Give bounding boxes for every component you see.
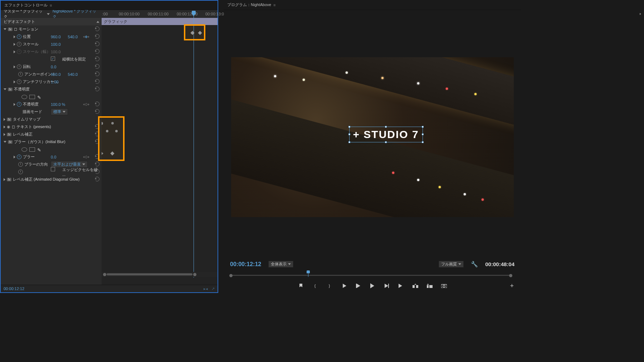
stopwatch-icon[interactable]: [18, 72, 23, 77]
keyframe-icon[interactable]: [190, 31, 194, 35]
clip-selector-row[interactable]: マスター * グラフィック NightAbove * グラフィック: [1, 10, 102, 18]
keyframe-icon[interactable]: [115, 130, 118, 132]
pen-mask-icon[interactable]: ✎: [37, 147, 43, 152]
scale-row[interactable]: スケール 100.0: [1, 40, 102, 48]
scale-value[interactable]: 100.0: [51, 42, 61, 47]
position-row[interactable]: 位置 960.0540.0: [1, 33, 102, 40]
prev-keyframe-icon[interactable]: [83, 103, 84, 106]
program-view[interactable]: + STUDIO 7: [224, 10, 521, 257]
reset-icon[interactable]: [95, 162, 99, 166]
blur-effect-row[interactable]: fx ブラー（ガウス）(Initial Blur): [1, 138, 102, 146]
selection-handle[interactable]: [385, 126, 387, 128]
keyframe-icon[interactable]: [111, 122, 114, 124]
stopwatch-icon[interactable]: [17, 155, 21, 159]
out-point-handle[interactable]: [509, 274, 512, 277]
twirl-right-icon[interactable]: [4, 126, 5, 128]
uniform-scale-row[interactable]: ✓ 縦横比を固定: [1, 55, 102, 63]
position-y-value[interactable]: 540.0: [68, 35, 78, 39]
time-remap-row[interactable]: fx タイムリマップ: [1, 116, 102, 123]
edge-pixels-row[interactable]: エッジピクセルを繰 ...: [1, 168, 102, 176]
twirl-right-icon[interactable]: [14, 80, 15, 83]
video-effects-section[interactable]: ビデオエフェクト: [1, 18, 102, 25]
levels2-effect-row[interactable]: fx レベル補正 (Animated Diagonal Glow): [1, 176, 102, 183]
twirl-right-icon[interactable]: [4, 118, 5, 121]
twirl-down-icon[interactable]: [4, 141, 6, 143]
add-keyframe-icon[interactable]: [85, 156, 88, 158]
blend-mode-row[interactable]: 描画モード 標準: [1, 108, 102, 116]
reset-icon[interactable]: [95, 49, 99, 54]
uniform-scale-checkbox[interactable]: ✓: [51, 57, 55, 61]
selection-handle[interactable]: [348, 126, 350, 128]
anchor-x-value[interactable]: 960.0: [51, 72, 61, 77]
twirl-right-icon[interactable]: [14, 65, 15, 68]
export-icon[interactable]: ↗: [211, 287, 215, 291]
next-keyframe-icon[interactable]: [88, 36, 89, 38]
keyframe-icon[interactable]: [102, 122, 103, 125]
video-frame[interactable]: + STUDIO 7: [231, 57, 514, 217]
reset-icon[interactable]: [95, 169, 99, 174]
blend-mode-dropdown[interactable]: 標準: [51, 108, 68, 115]
levels-effect-row[interactable]: fx レベル補正: [1, 131, 102, 138]
antiflicker-value[interactable]: 1.00: [51, 80, 58, 84]
mark-in-button[interactable]: {: [312, 283, 318, 289]
reset-icon[interactable]: [95, 72, 99, 76]
antiflicker-row[interactable]: アンチフリッカー ... 1.00: [1, 78, 102, 85]
prev-keyframe-icon[interactable]: [83, 156, 84, 158]
footer-timecode[interactable]: 00:00:12:12: [4, 287, 24, 291]
selection-handle[interactable]: [348, 141, 350, 143]
selection-handle[interactable]: [422, 126, 424, 128]
go-to-out-button[interactable]: [398, 283, 404, 289]
selection-handle[interactable]: [348, 133, 350, 135]
rect-mask-icon[interactable]: [29, 147, 35, 152]
twirl-right-icon[interactable]: [14, 43, 15, 46]
stopwatch-icon[interactable]: [17, 34, 21, 39]
opacity-value[interactable]: 100.0 %: [51, 102, 65, 107]
text-direct-icon[interactable]: ◻: [12, 124, 15, 129]
timeline-playhead[interactable]: [194, 12, 194, 278]
fit-dropdown[interactable]: 全体表示: [268, 261, 293, 268]
timeline-clip-bar[interactable]: グラフィック: [102, 18, 218, 25]
timeline-scrollbar[interactable]: [102, 272, 218, 277]
selection-handle[interactable]: [422, 141, 424, 143]
prev-keyframe-icon[interactable]: [83, 36, 84, 38]
reset-icon[interactable]: [95, 34, 99, 39]
motion-effect-row[interactable]: fx ◻ モーション: [1, 25, 102, 33]
stopwatch-icon[interactable]: [17, 64, 21, 69]
reset-icon[interactable]: [95, 57, 99, 61]
collapse-icon[interactable]: [97, 21, 99, 23]
pen-mask-icon[interactable]: ✎: [37, 95, 43, 99]
in-point-handle[interactable]: [229, 274, 233, 277]
program-playhead[interactable]: [308, 271, 308, 277]
twirl-right-icon[interactable]: [14, 35, 15, 38]
program-timeline[interactable]: [227, 271, 517, 281]
reset-icon[interactable]: [95, 177, 99, 181]
play-button[interactable]: [369, 283, 376, 289]
blurriness-row[interactable]: ブラー 0.0: [1, 153, 102, 161]
text-effect-row[interactable]: ◉ ◻ テキスト (presents): [1, 123, 102, 131]
scroll-thumb[interactable]: [107, 273, 192, 275]
export-frame-button[interactable]: [441, 283, 447, 289]
scroll-handle-right[interactable]: [193, 273, 196, 276]
wrench-icon[interactable]: 🔧: [471, 261, 478, 268]
chevron-down-icon[interactable]: [47, 13, 50, 15]
keyframe-icon[interactable]: [102, 152, 103, 155]
reset-icon[interactable]: [95, 87, 99, 91]
step-back-button[interactable]: [355, 283, 361, 289]
ellipse-mask-icon[interactable]: [21, 95, 27, 99]
timeline-ruler[interactable]: :00 00:00:10:00 00:00:11:00 00:00:12:00 …: [102, 10, 218, 18]
rect-mask-icon[interactable]: [29, 95, 35, 99]
stopwatch-icon[interactable]: [17, 102, 21, 107]
anchor-y-value[interactable]: 540.0: [68, 72, 78, 77]
opacity-value-row[interactable]: 不透明度 100.0 %: [1, 101, 102, 108]
text-overlay-selection[interactable]: + STUDIO 7: [349, 127, 423, 142]
blurriness-value[interactable]: 0.0: [51, 155, 56, 159]
quality-dropdown[interactable]: フル画質: [439, 261, 464, 268]
selection-handle[interactable]: [422, 133, 424, 135]
reset-icon[interactable]: [95, 41, 99, 46]
eye-icon[interactable]: ◉: [7, 124, 10, 129]
twirl-down-icon[interactable]: [4, 28, 6, 30]
effect-controls-timeline[interactable]: :00 00:00:10:00 00:00:11:00 00:00:12:00 …: [102, 10, 218, 285]
stopwatch-icon[interactable]: [18, 170, 23, 174]
add-keyframe-icon[interactable]: [85, 35, 88, 38]
twirl-right-icon[interactable]: [14, 103, 15, 106]
